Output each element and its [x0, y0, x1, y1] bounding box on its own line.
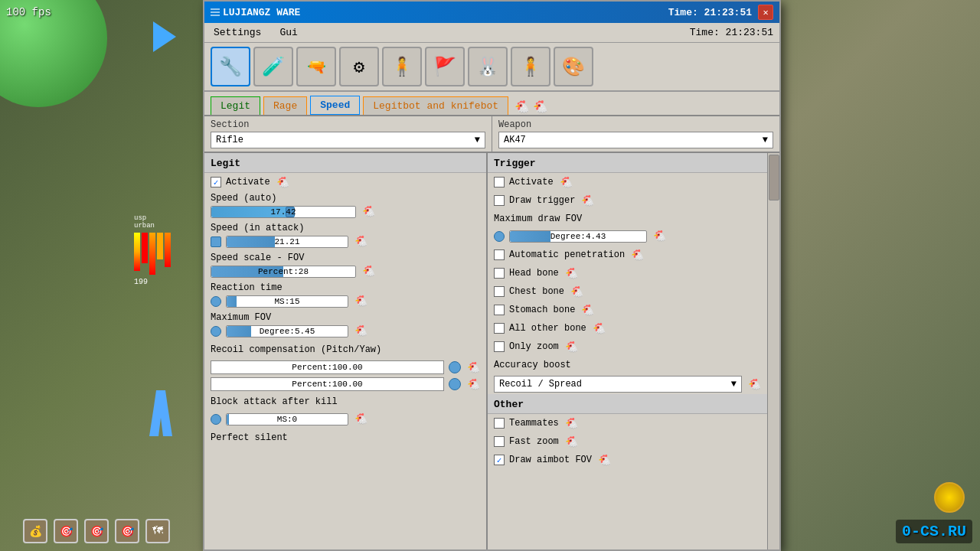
trigger-activate-checkbox[interactable]	[494, 177, 505, 187]
menu-gui[interactable]: Gui	[276, 25, 300, 40]
weapon-col: Weapon AK47 ▼	[492, 116, 779, 152]
head-bone-checkbox[interactable]	[494, 268, 505, 279]
recoil-pitch-value: Percent:100.00	[292, 363, 362, 372]
stomach-bone-label: Stomach bone	[509, 305, 575, 315]
max-fov-label: Maximum FOV	[211, 312, 480, 323]
hud-bar-2	[142, 233, 148, 263]
flag-icon: 🚩	[433, 56, 456, 78]
bottom-icon-2[interactable]: 🎯	[54, 519, 78, 543]
toolbar-icon-gun[interactable]: 🔫	[296, 47, 336, 86]
draw-aimbot-row: ✓ Draw aimbot FOV 🐔	[488, 451, 767, 469]
speed-auto-slider-container: 17.42 🐔	[211, 205, 480, 218]
toolbar-icon-person-red[interactable]: 🧍	[382, 47, 422, 86]
draw-trigger-row: Draw trigger 🐔	[488, 191, 767, 210]
section-col: Section Rifle ▼	[204, 116, 492, 152]
legit-activate-checkbox[interactable]: ✓	[211, 177, 221, 187]
tab-legitbot[interactable]: Legitbot and knifebot	[363, 96, 508, 115]
max-fov-value: Degree:5.45	[227, 326, 348, 337]
speed-fov-row: Speed scale - FOV Percent:28 🐔	[204, 251, 486, 281]
only-zoom-chicken: 🐔	[565, 341, 578, 354]
only-zoom-checkbox[interactable]	[494, 341, 505, 352]
teammates-checkbox[interactable]	[494, 418, 505, 429]
legit-section-title: Legit	[204, 153, 486, 173]
icon-toolbar: 🔧 🧪 🔫 ⚙ 🧍 🚩 🐰 🧍 🎨	[204, 43, 779, 92]
speed-fov-chicken: 🐔	[362, 265, 375, 278]
speed-attack-slider-track[interactable]: 21.21	[226, 236, 348, 248]
max-fov-chicken: 🐔	[354, 324, 368, 337]
chest-bone-checkbox[interactable]	[494, 286, 505, 297]
bottom-icons: 💰 🎯 🎯 🎯 🗺	[23, 519, 170, 543]
accuracy-boost-label: Accuracy boost	[494, 360, 571, 370]
fast-zoom-chicken: 🐔	[565, 435, 578, 448]
stomach-bone-checkbox[interactable]	[494, 305, 505, 315]
tab-speed[interactable]: Speed	[310, 96, 360, 115]
block-attack-dot[interactable]	[211, 414, 221, 425]
toolbar-icon-colorwheel[interactable]: 🎨	[554, 47, 593, 86]
toolbar-icon-potion[interactable]: 🧪	[253, 47, 293, 86]
reaction-slider-track[interactable]: MS:15	[226, 295, 348, 308]
menu-settings[interactable]: Settings	[211, 25, 264, 40]
auto-penetration-checkbox[interactable]	[494, 249, 505, 260]
head-bone-row: Head bone 🐔	[488, 264, 767, 282]
left-panel: Legit ✓ Activate 🐔 Speed (auto) 17.42 🐔	[204, 153, 488, 549]
block-attack-slider-track[interactable]: MS:0	[226, 413, 348, 425]
bottom-icon-3[interactable]: 🎯	[84, 519, 109, 543]
auto-penetration-label: Automatic penetration	[509, 249, 625, 260]
fast-zoom-row: Fast zoom 🐔	[488, 432, 767, 451]
accuracy-boost-arrow: ▼	[731, 379, 737, 390]
weapon-dropdown[interactable]: AK47 ▼	[498, 132, 773, 148]
legit-activate-row: ✓ Activate 🐔	[204, 173, 486, 191]
bottom-icon-4[interactable]: 🎯	[115, 519, 139, 543]
drag-handle[interactable]	[211, 5, 220, 20]
fast-zoom-label: Fast zoom	[509, 436, 559, 447]
tab-chicken-icon-1: 🐔	[514, 99, 530, 115]
perfect-silent-label: Perfect silent	[211, 432, 288, 443]
speed-auto-slider-track[interactable]: 17.42	[211, 206, 356, 218]
bottom-icon-5[interactable]: 🗺	[145, 519, 170, 543]
cs-logo: 0-CS.RU	[896, 520, 972, 543]
speed-fov-label: Speed scale - FOV	[211, 253, 480, 263]
toolbar-icon-person-green[interactable]: 🧍	[511, 47, 550, 86]
toolbar-icon-tools[interactable]: 🔧	[211, 47, 250, 86]
scrollbar-thumb[interactable]	[769, 155, 779, 201]
draw-trigger-label: Draw trigger	[509, 195, 575, 206]
speed-attack-mini-slider[interactable]	[211, 236, 221, 247]
toolbar-icon-flag[interactable]: 🚩	[425, 47, 465, 86]
colorwheel-icon: 🎨	[562, 56, 585, 78]
recoil-label-row: Recoil compensation (Pitch/Yaw)	[204, 341, 486, 359]
accuracy-boost-dropdown[interactable]: Recoil / Spread ▼	[494, 376, 742, 393]
other-section-title: Other	[488, 394, 767, 414]
all-other-bone-checkbox[interactable]	[494, 323, 505, 334]
coin-icon	[934, 482, 965, 513]
max-draw-fov-slider-track[interactable]: Degree:4.43	[509, 230, 647, 243]
speed-attack-label: Speed (in attack)	[211, 223, 480, 233]
recoil-yaw-dot[interactable]	[449, 378, 461, 390]
draw-aimbot-label: Draw aimbot FOV	[509, 455, 592, 465]
recoil-label: Recoil compensation (Pitch/Yaw)	[211, 344, 381, 355]
section-value: Rifle	[216, 135, 243, 145]
menu-bar: Settings Gui Time: 21:23:51	[204, 23, 779, 43]
close-button[interactable]: ✕	[758, 5, 773, 20]
tab-rage[interactable]: Rage	[263, 96, 307, 115]
reaction-mini-slider[interactable]	[211, 296, 221, 307]
reaction-value: MS:15	[227, 296, 348, 307]
fast-zoom-checkbox[interactable]	[494, 436, 505, 447]
block-attack-chicken: 🐔	[354, 412, 368, 425]
toolbar-icon-gear[interactable]: ⚙	[339, 47, 379, 86]
draw-trigger-checkbox[interactable]	[494, 195, 505, 206]
recoil-pitch-dot[interactable]	[449, 361, 461, 373]
max-fov-dot[interactable]	[211, 326, 221, 337]
max-fov-slider-track[interactable]: Degree:5.45	[226, 325, 348, 337]
all-other-bone-chicken: 🐔	[593, 322, 606, 335]
bottom-icon-1[interactable]: 💰	[23, 519, 47, 543]
tab-legit[interactable]: Legit	[211, 96, 260, 115]
draw-aimbot-checkbox[interactable]: ✓	[494, 455, 505, 465]
drag-line-3	[211, 15, 220, 16]
speed-fov-slider-track[interactable]: Percent:28	[211, 266, 356, 278]
scrollbar[interactable]	[767, 153, 779, 549]
toolbar-icon-rabbit[interactable]: 🐰	[468, 47, 508, 86]
max-draw-fov-label: Maximum draw FOV	[494, 214, 582, 224]
tab-chicken-icon-2: 🐔	[533, 99, 548, 115]
section-dropdown[interactable]: Rifle ▼	[211, 132, 485, 148]
max-draw-fov-dot[interactable]	[494, 231, 505, 242]
